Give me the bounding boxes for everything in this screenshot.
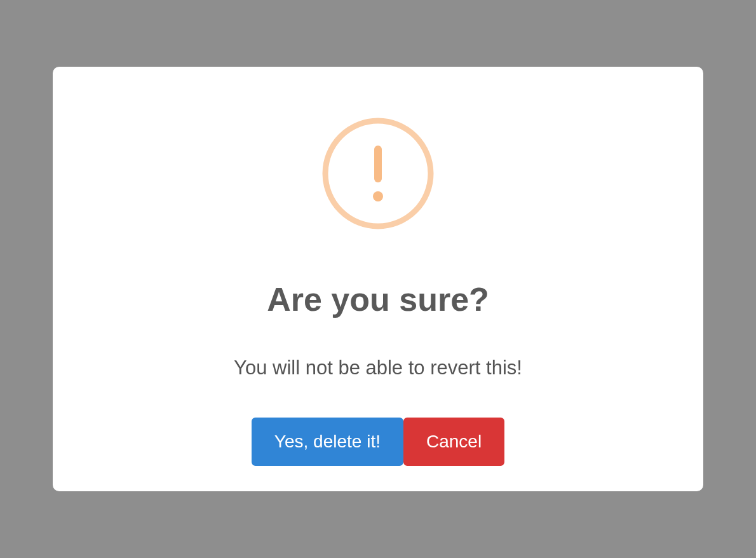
dialog-title: Are you sure? — [267, 280, 489, 318]
dialog-actions: Yes, delete it! Cancel — [252, 418, 504, 466]
svg-rect-1 — [374, 146, 382, 182]
confirm-dialog: Are you sure? You will not be able to re… — [53, 67, 703, 491]
confirm-button[interactable]: Yes, delete it! — [252, 418, 403, 466]
svg-point-2 — [373, 191, 383, 201]
dialog-message: You will not be able to revert this! — [234, 357, 522, 379]
warning-icon — [322, 118, 434, 229]
cancel-button[interactable]: Cancel — [403, 418, 504, 466]
